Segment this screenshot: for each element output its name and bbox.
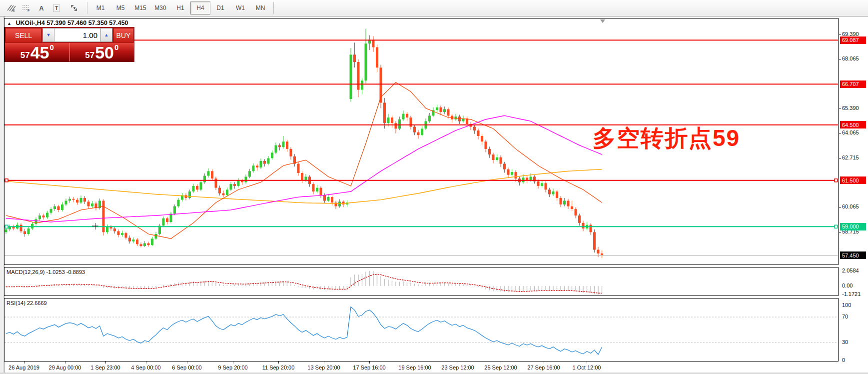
ma-fast-redorange — [6, 82, 602, 239]
toolbar-separator — [87, 2, 87, 14]
rsi-panel[interactable] — [4, 298, 839, 362]
text-tool-button[interactable]: A — [34, 1, 49, 15]
line-handle-61.500[interactable] — [5, 179, 8, 182]
textbox-tool-icon: T — [53, 4, 60, 12]
macd-axis-label: 2.0584 — [842, 268, 859, 274]
timeframe-group: M1M5M15M30H1H4D1W1MN — [90, 2, 270, 14]
time-axis-tick-mark — [24, 362, 24, 364]
time-axis-label: 29 Aug 00:00 — [49, 364, 81, 370]
time-axis-tick-mark — [278, 362, 279, 364]
timeframe-button-h1[interactable]: H1 — [170, 2, 190, 14]
sell-price-base: 57 — [20, 51, 30, 60]
line-handle-59.000[interactable] — [5, 225, 8, 228]
time-axis-label: 23 Sep 12:00 — [441, 364, 474, 370]
timeframe-button-m30[interactable]: M30 — [150, 2, 170, 14]
time-axis-label: 9 Sep 20:00 — [218, 364, 247, 370]
textbox-tool-button[interactable]: T — [49, 1, 64, 15]
timeframe-button-mn[interactable]: MN — [250, 2, 270, 14]
timeframe-button-m5[interactable]: M5 — [110, 2, 130, 14]
price-axis-tick-label: 68.065 — [842, 56, 859, 62]
time-axis-tick-mark — [458, 362, 458, 364]
macd-panel[interactable] — [4, 267, 839, 296]
equidistant-channel-icon: E — [7, 4, 16, 12]
rsi-axis-label: 70 — [842, 314, 848, 320]
arrows-tool-button[interactable]: ▼ — [64, 1, 84, 15]
timeframe-button-d1[interactable]: D1 — [210, 2, 230, 14]
time-axis-label: 11 Sep 20:00 — [262, 364, 295, 370]
price-axis-tick-mark — [839, 34, 841, 35]
volume-increase-button[interactable]: ▲ — [100, 28, 112, 42]
volume-input[interactable] — [54, 28, 100, 42]
timeframe-button-m15[interactable]: M15 — [130, 2, 150, 14]
fibonacci-tool-button[interactable]: F — [19, 1, 34, 15]
equidistant-channel-tool-button[interactable]: E — [4, 1, 19, 15]
toolbar-separator — [273, 2, 274, 14]
sell-button[interactable]: SELL — [5, 28, 41, 43]
volume-decrease-button[interactable]: ▼ — [42, 28, 54, 42]
sell-price-big: 45 — [30, 45, 49, 60]
time-axis: 26 Aug 201929 Aug 00:001 Sep 23:004 Sep … — [4, 362, 839, 372]
time-axis-label: 1 Sep 23:00 — [90, 364, 120, 370]
toolbar: E F A T ▼ M1M5M15M30H1H4D1W1MN — [0, 0, 868, 16]
time-axis-tick-mark — [587, 362, 587, 364]
time-axis-tick-mark — [233, 362, 233, 364]
buy-price-big: 50 — [95, 45, 114, 60]
time-axis-tick-mark — [501, 362, 501, 364]
buy-price-display[interactable]: 57 50 0 — [70, 43, 134, 62]
time-axis-label: 25 Sep 12:00 — [484, 364, 517, 370]
time-axis-label: 1 Oct 12:00 — [573, 364, 601, 370]
rsi-line — [6, 307, 602, 354]
line-handle-59.000[interactable] — [835, 225, 838, 228]
price-axis-tick-label: 62.715 — [842, 154, 859, 160]
one-click-panel-arrow-icon[interactable]: ▲ — [7, 21, 11, 26]
price-axis-tick-mark — [839, 207, 841, 208]
chart-annotation-text: 多空转折点59 — [593, 123, 740, 154]
time-axis-label: 19 Sep 16:00 — [398, 364, 431, 370]
symbol-ohlc-text: UKOil-,H4 57.390 57.460 57.350 57.450 — [15, 20, 128, 26]
rsi-axis-label: 30 — [842, 339, 848, 345]
price-axis-tick-label: 65.390 — [842, 105, 859, 111]
volume-stepper: ▼ ▲ — [42, 28, 112, 42]
time-axis-label: 13 Sep 20:00 — [307, 364, 340, 370]
rsi-axis-label: 100 — [842, 302, 851, 308]
fibonacci-icon: F — [22, 4, 31, 12]
line-handle-61.500[interactable] — [835, 179, 838, 182]
one-click-trade-panel: SELL ▼ ▲ BUY 57 45 0 57 50 0 — [5, 28, 134, 62]
price-axis-tick-mark — [839, 59, 841, 60]
time-axis-tick-mark — [369, 362, 370, 364]
timeframe-button-w1[interactable]: W1 — [230, 2, 250, 14]
buy-button[interactable]: BUY — [113, 28, 133, 43]
current-price-label: 57.450 — [840, 252, 866, 259]
macd-axis-label: 0.00 — [842, 282, 853, 288]
price-axis-tick-label: 64.065 — [842, 130, 859, 136]
timeframe-button-m1[interactable]: M1 — [90, 2, 110, 14]
macd-axis-label: -1.1721 — [842, 291, 861, 297]
macd-indicator-label: MACD(12,26,9) -1.0253 -0.8893 — [6, 269, 85, 275]
svg-text:E: E — [12, 8, 15, 12]
text-tool-icon: A — [39, 4, 43, 12]
crosshair-mark — [92, 223, 98, 230]
buy-price-sup: 0 — [114, 44, 118, 51]
price-axis-tick-mark — [839, 232, 841, 232]
buy-price-base: 57 — [85, 51, 94, 60]
time-axis-label: 4 Sep 00:00 — [131, 364, 160, 370]
time-axis-tick-mark — [65, 362, 65, 364]
price-line-label-69.087: 69.087 — [840, 36, 866, 44]
time-axis-tick-mark — [544, 362, 544, 364]
sell-price-sup: 0 — [49, 44, 53, 51]
price-axis: 69.39068.06565.39064.06562.71560.06558.7… — [839, 16, 868, 362]
sell-price-display[interactable]: 57 45 0 — [5, 43, 70, 62]
price-line-label-59.000: 59.000 — [840, 223, 866, 230]
time-axis-tick-mark — [187, 362, 187, 364]
time-axis-label: 6 Sep 00:00 — [172, 364, 201, 370]
time-axis-tick-mark — [415, 362, 415, 364]
rsi-axis-label: 0 — [842, 357, 845, 363]
timeframe-button-h4[interactable]: H4 — [190, 2, 210, 14]
price-axis-tick-mark — [839, 108, 841, 109]
trading-terminal-window: E F A T ▼ M1M5M15M30H1H4D1W1MN — [0, 0, 868, 374]
price-line-label-64.500: 64.500 — [840, 121, 866, 128]
price-line-label-61.500: 61.500 — [840, 176, 866, 184]
price-axis-tick-mark — [839, 133, 841, 134]
price-axis-tick-mark — [839, 158, 841, 158]
time-axis-tick-mark — [105, 362, 106, 364]
